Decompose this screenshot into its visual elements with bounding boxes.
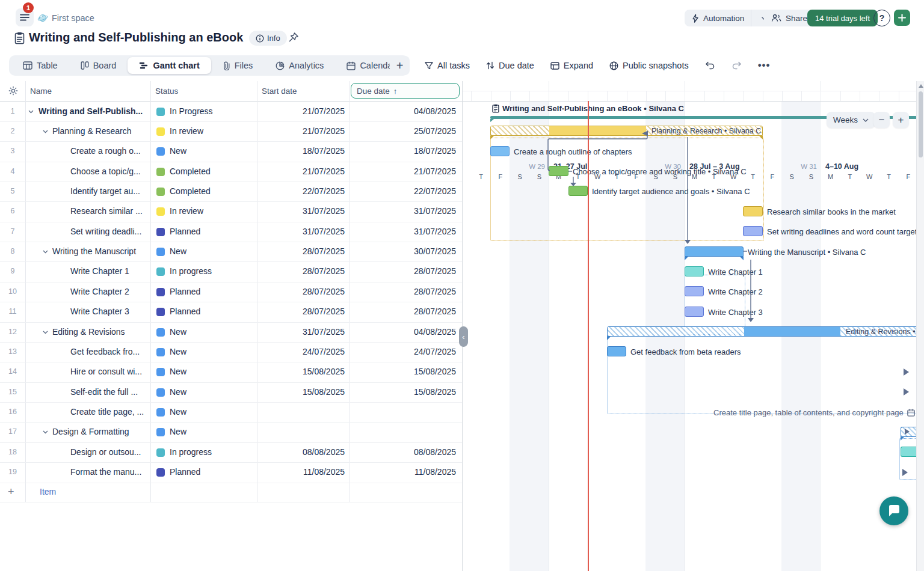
due-date-cell[interactable]: 31/07/2025 — [350, 206, 456, 216]
space-name[interactable]: First space — [52, 13, 94, 23]
row-collapse-chevron[interactable] — [42, 430, 49, 435]
start-date-cell[interactable]: 31/07/2025 — [257, 227, 345, 236]
due-date-cell[interactable]: 11/08/2025 — [350, 467, 456, 477]
task-name[interactable]: Writing and Self-Publish... — [38, 106, 149, 116]
due-date-cell[interactable]: 15/08/2025 — [350, 367, 456, 376]
due-date-cell[interactable]: 15/08/2025 — [350, 387, 456, 397]
column-header-start-date[interactable]: Start date — [262, 87, 297, 96]
task-name[interactable]: Create title page, ... — [70, 407, 149, 417]
start-date-cell[interactable]: 21/07/2025 — [257, 126, 345, 136]
row-collapse-chevron[interactable] — [42, 330, 49, 335]
column-header-name[interactable]: Name — [30, 87, 52, 96]
table-row[interactable]: 12Editing & RevisionsNew31/07/202504/08/… — [0, 322, 462, 343]
offscreen-bar-indicator-row-15[interactable] — [904, 388, 909, 395]
column-header-status[interactable]: Status — [155, 87, 178, 96]
table-row[interactable]: 11Write Chapter 3Planned28/07/202528/07/… — [0, 302, 462, 322]
status-label[interactable]: In progress — [170, 266, 212, 276]
gantt-bar-row-12[interactable]: Editing & Revisions • S — [607, 326, 924, 337]
gantt-bar-row-6[interactable] — [743, 206, 763, 216]
status-label[interactable]: In review — [170, 206, 203, 216]
start-date-cell[interactable]: 22/07/2025 — [257, 186, 345, 196]
tab-gantt-chart[interactable]: Gantt chart — [128, 57, 211, 74]
table-row[interactable]: 6Research similar ...In review31/07/2025… — [0, 201, 462, 222]
due-date-cell[interactable]: 08/08/2025 — [350, 447, 456, 457]
table-row[interactable]: 18Design or outsou...In progress08/08/20… — [0, 442, 462, 463]
task-name[interactable]: Self-edit the full ... — [70, 387, 149, 397]
task-name[interactable]: Planning & Research — [52, 126, 149, 136]
due-date-cell[interactable]: 18/07/2025 — [350, 146, 456, 156]
table-row[interactable]: 3Create a rough o...New18/07/202518/07/2… — [0, 141, 462, 162]
scroll-up-arrow[interactable] — [919, 84, 923, 88]
status-label[interactable]: New — [170, 407, 186, 417]
start-date-cell[interactable]: 28/07/2025 — [257, 266, 345, 276]
more-options-button[interactable]: ••• — [758, 60, 771, 72]
gantt-bar-row-5[interactable] — [568, 186, 588, 196]
start-date-cell[interactable]: 28/07/2025 — [257, 307, 345, 316]
status-label[interactable]: New — [170, 146, 186, 156]
table-row[interactable]: 8Writing the ManuscriptNew28/07/202530/0… — [0, 242, 462, 262]
status-label[interactable]: Completed — [170, 186, 211, 196]
status-label[interactable]: In progress — [170, 447, 212, 457]
status-label[interactable]: New — [170, 327, 186, 337]
task-name[interactable]: Design & Formatting — [52, 427, 149, 436]
task-name[interactable]: Write Chapter 3 — [70, 307, 149, 316]
table-row[interactable]: 2Planning & ResearchIn review21/07/20252… — [0, 121, 462, 142]
start-date-cell[interactable]: 21/07/2025 — [257, 106, 345, 116]
due-date-cell[interactable]: 25/07/2025 — [350, 126, 456, 136]
status-label[interactable]: New — [170, 246, 186, 256]
tab-board[interactable]: Board — [69, 57, 128, 74]
start-date-cell[interactable]: 31/07/2025 — [257, 206, 345, 216]
task-name[interactable]: Research similar ... — [70, 206, 149, 216]
status-label[interactable]: Planned — [170, 287, 200, 296]
status-label[interactable]: Planned — [170, 307, 200, 316]
chat-button[interactable] — [879, 496, 908, 525]
task-name[interactable]: Editing & Revisions — [52, 327, 149, 337]
start-date-cell[interactable]: 18/07/2025 — [257, 146, 345, 156]
pin-button[interactable] — [288, 32, 299, 43]
column-header-due-date[interactable]: Due date ↑ — [351, 83, 460, 99]
due-date-cell[interactable]: 30/07/2025 — [350, 246, 456, 256]
task-name[interactable]: Identify target au... — [70, 186, 149, 196]
task-name[interactable]: Get feedback fro... — [70, 347, 149, 356]
vertical-scrollbar[interactable] — [916, 81, 924, 571]
set-dates-hint[interactable]: Create title page, table of contents, an… — [713, 408, 915, 417]
table-row[interactable]: 15Self-edit the full ...New15/08/202515/… — [0, 382, 462, 403]
gantt-zoom-select[interactable]: Weeks — [827, 112, 875, 128]
redo-button[interactable] — [732, 61, 742, 70]
start-date-cell[interactable]: 21/07/2025 — [257, 166, 345, 176]
table-row[interactable]: 1Writing and Self-Publish...In Progress2… — [0, 102, 462, 122]
task-name[interactable]: Choose a topic/g... — [70, 166, 149, 176]
status-label[interactable]: Planned — [170, 467, 200, 477]
status-label[interactable]: New — [170, 427, 186, 436]
expand-button[interactable]: Expand — [550, 61, 593, 70]
table-row[interactable]: 10Write Chapter 2Planned28/07/202528/07/… — [0, 282, 462, 302]
status-label[interactable]: New — [170, 347, 186, 356]
tab-files[interactable]: Files — [211, 57, 265, 74]
start-date-cell[interactable]: 11/08/2025 — [257, 467, 345, 477]
gantt-bar-row-11[interactable] — [685, 307, 704, 317]
gantt-bar-row-9[interactable] — [685, 266, 704, 276]
due-date-cell[interactable]: 31/07/2025 — [350, 227, 456, 236]
gantt-bar-row-3[interactable] — [490, 146, 510, 156]
filter-button[interactable]: All tasks — [425, 61, 470, 70]
task-name[interactable]: Format the manu... — [70, 467, 149, 477]
start-date-cell[interactable]: 28/07/2025 — [257, 246, 345, 256]
due-date-cell[interactable]: 04/08/2025 — [350, 106, 456, 116]
table-row[interactable]: 14Hire or consult wi...New15/08/202515/0… — [0, 362, 462, 382]
gantt-bar-row-2[interactable]: Planning & Research • Silvana C — [490, 126, 763, 136]
offscreen-bar-indicator-row-14[interactable] — [904, 368, 909, 376]
add-view-button[interactable]: + — [390, 56, 410, 75]
gantt-bar-row-13[interactable] — [607, 346, 626, 356]
row-collapse-chevron[interactable] — [28, 109, 34, 114]
trial-badge[interactable]: 14 trial days left — [807, 10, 878, 26]
table-row[interactable]: 13Get feedback fro...New24/07/202524/07/… — [0, 342, 462, 362]
task-name[interactable]: Hire or consult wi... — [70, 367, 149, 376]
due-date-cell[interactable]: 04/08/2025 — [350, 327, 456, 337]
gantt-bar-row-4[interactable] — [549, 166, 568, 176]
offscreen-bar-indicator-row-19[interactable] — [902, 469, 908, 476]
public-snapshots-button[interactable]: Public snapshots — [609, 61, 689, 70]
help-button[interactable]: ? — [873, 10, 890, 26]
sort-button[interactable]: Due date — [486, 61, 534, 70]
status-label[interactable]: Completed — [170, 166, 211, 176]
due-date-cell[interactable]: 21/07/2025 — [350, 166, 456, 176]
